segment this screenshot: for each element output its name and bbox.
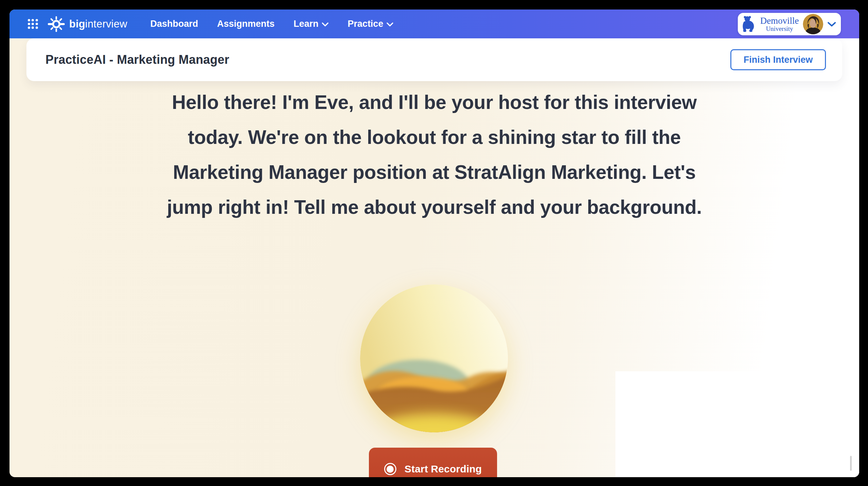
- nav-item-dashboard[interactable]: Dashboard: [150, 19, 198, 29]
- message-line: jump right in! Tell me about yourself an…: [9, 190, 859, 225]
- interview-header: PracticeAI - Marketing Manager Finish In…: [26, 38, 842, 81]
- ai-voice-orb: [360, 284, 508, 432]
- account-menu[interactable]: Demoville University: [738, 13, 841, 35]
- chevron-down-icon: [387, 22, 393, 26]
- nav-item-label: Learn: [294, 19, 319, 29]
- brand-logo[interactable]: big interview: [69, 18, 127, 30]
- org-name: Demoville University: [760, 16, 799, 32]
- message-line: Hello there! I'm Eve, and I'll be your h…: [9, 85, 859, 120]
- scrollbar-thumb[interactable]: [850, 456, 852, 471]
- user-avatar: [803, 14, 823, 34]
- nav-item-label: Practice: [348, 19, 383, 29]
- app-grid-icon[interactable]: [28, 19, 38, 29]
- nav-items: Dashboard Assignments Learn Practice: [150, 19, 393, 29]
- nav-item-learn[interactable]: Learn: [294, 19, 329, 29]
- app-window: big interview Dashboard Assignments Lear…: [9, 10, 859, 477]
- brand-bold-text: big: [69, 18, 85, 30]
- interviewer-message: Hello there! I'm Eve, and I'll be your h…: [9, 85, 859, 225]
- record-dot-icon: [384, 463, 396, 475]
- nav-item-assignments[interactable]: Assignments: [217, 19, 275, 29]
- page-title: PracticeAI - Marketing Manager: [45, 53, 229, 67]
- navbar-left: big interview: [9, 15, 127, 34]
- org-name-line2: University: [760, 25, 799, 32]
- start-recording-label: Start Recording: [405, 463, 482, 475]
- chevron-down-icon: [827, 22, 836, 27]
- nav-item-label: Assignments: [217, 19, 275, 29]
- nav-item-practice[interactable]: Practice: [348, 19, 393, 29]
- video-panel-placeholder: [615, 371, 859, 477]
- bear-icon: [742, 16, 756, 33]
- message-line: today. We're on the lookout for a shinin…: [9, 120, 859, 155]
- nav-item-label: Dashboard: [150, 19, 198, 29]
- brand-light-text: interview: [85, 18, 127, 30]
- start-recording-content: Start Recording: [384, 463, 482, 475]
- finish-interview-button[interactable]: Finish Interview: [730, 49, 826, 70]
- start-recording-button[interactable]: Start Recording: [369, 448, 497, 477]
- chevron-down-icon: [322, 22, 329, 26]
- org-name-line1: Demoville: [760, 16, 799, 26]
- message-line: Marketing Manager position at StratAlign…: [9, 155, 859, 190]
- brand-sun-icon: [47, 15, 66, 34]
- top-navbar: big interview Dashboard Assignments Lear…: [9, 10, 859, 38]
